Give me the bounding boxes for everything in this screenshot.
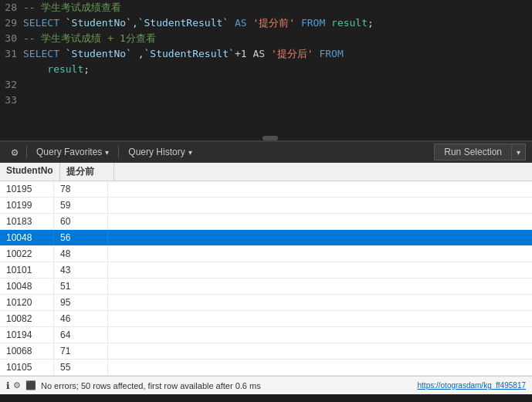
cell-value: 43 — [54, 262, 108, 278]
table-body: 1019578101995910183601004856100224810101… — [0, 181, 532, 376]
results-table[interactable]: StudentNo 提分前 10195781019959101836010048… — [0, 163, 532, 376]
table-row[interactable]: 1019464 — [0, 327, 532, 343]
run-selection-label: Run Selection — [444, 147, 502, 157]
table-row[interactable]: 1008246 — [0, 311, 532, 327]
cell-studentno: 10195 — [0, 181, 54, 197]
query-history-button[interactable]: Query History ▾ — [122, 145, 198, 159]
cell-value: 60 — [54, 214, 108, 229]
editor-scrollbar[interactable] — [0, 135, 532, 141]
info-icon: ℹ — [6, 380, 10, 391]
cell-value: 71 — [54, 343, 108, 359]
cell-studentno: 10022 — [0, 246, 54, 262]
gear-icon[interactable]: ⚙ — [6, 144, 23, 160]
chevron-down-icon: ▾ — [105, 148, 109, 157]
table-row[interactable]: 1010143 — [0, 262, 532, 279]
run-selection-dropdown[interactable]: ▾ — [512, 144, 525, 160]
editor-line: 33 — [0, 93, 532, 108]
line-number: 31 — [0, 46, 23, 62]
table-row[interactable]: 1010555 — [0, 360, 532, 376]
cell-value: 46 — [54, 311, 108, 326]
toolbar: ⚙ Query Favorites ▾ Query History ▾ Run … — [0, 141, 532, 163]
run-selection-button[interactable]: Run Selection ▾ — [434, 144, 526, 160]
cell-value: 55 — [54, 360, 108, 375]
status-copy-icon[interactable]: ⬛ — [25, 380, 36, 390]
cell-value: 59 — [54, 198, 108, 213]
status-message: No errors; 50 rows affected, first row a… — [41, 381, 261, 390]
cell-studentno: 10199 — [0, 198, 54, 213]
line-number: 30 — [0, 31, 23, 46]
separator — [26, 146, 27, 158]
line-content: -- 学生考试成绩 + 1分查看 — [23, 31, 532, 46]
table-row[interactable]: 1012095 — [0, 295, 532, 311]
query-favorites-button[interactable]: Query Favorites ▾ — [30, 145, 115, 159]
editor-line: 31SELECT `StudentNo` ,`StudentResult`+1 … — [0, 46, 532, 62]
cell-value: 64 — [54, 327, 108, 343]
table-row[interactable]: 1019959 — [0, 198, 532, 214]
cell-value: 56 — [54, 230, 108, 245]
line-content: -- 学生考试成绩查看 — [23, 0, 532, 15]
table-row[interactable]: 1006871 — [0, 343, 532, 360]
table-row[interactable]: 1004851 — [0, 279, 532, 295]
table-header: StudentNo 提分前 — [0, 163, 532, 181]
cell-studentno: 10082 — [0, 311, 54, 326]
table-row[interactable]: 1019578 — [0, 181, 532, 198]
line-number: 32 — [0, 77, 23, 93]
cell-value: 51 — [54, 279, 108, 294]
status-gear-icon[interactable]: ⚙ — [13, 380, 21, 390]
line-content: SELECT `StudentNo` ,`StudentResult`+1 AS… — [23, 46, 532, 62]
cell-studentno: 10183 — [0, 214, 54, 229]
editor-line: 30-- 学生考试成绩 + 1分查看 — [0, 31, 532, 46]
cell-studentno: 10068 — [0, 343, 54, 359]
cell-studentno: 10101 — [0, 262, 54, 278]
line-number: 29 — [0, 15, 23, 31]
separator2 — [118, 146, 119, 158]
col-header-value: 提分前 — [60, 163, 114, 181]
status-bar: ℹ ⚙ ⬛ No errors; 50 rows affected, first… — [0, 376, 532, 394]
code-editor[interactable]: 28-- 学生考试成绩查看29SELECT `StudentNo`,`Stude… — [0, 0, 532, 135]
cell-studentno: 10105 — [0, 360, 54, 375]
status-link[interactable]: https://otograsdam/kg_ff495817 — [418, 381, 526, 390]
table-row[interactable]: 1002248 — [0, 246, 532, 262]
chevron-down-icon2: ▾ — [188, 148, 192, 157]
editor-line: result; — [0, 62, 532, 77]
line-content: result; — [23, 62, 532, 77]
cell-value: 78 — [54, 181, 108, 197]
cell-studentno: 10048 — [0, 279, 54, 294]
line-number: 28 — [0, 0, 23, 15]
chevron-down-icon3: ▾ — [517, 148, 520, 157]
cell-studentno: 10048 — [0, 230, 54, 245]
editor-line: 28-- 学生考试成绩查看 — [0, 0, 532, 15]
cell-studentno: 10194 — [0, 327, 54, 343]
table-row[interactable]: 1004856 — [0, 230, 532, 246]
query-favorites-label: Query Favorites — [36, 147, 102, 157]
cell-value: 95 — [54, 295, 108, 310]
scrollbar-thumb[interactable] — [263, 136, 278, 140]
cell-value: 48 — [54, 246, 108, 262]
run-selection-main[interactable]: Run Selection — [435, 144, 512, 160]
editor-line: 29SELECT `StudentNo`,`StudentResult` AS … — [0, 15, 532, 31]
query-history-label: Query History — [128, 147, 185, 157]
col-header-studentno: StudentNo — [0, 163, 60, 181]
line-number: 33 — [0, 93, 23, 108]
editor-line: 32 — [0, 77, 532, 93]
cell-studentno: 10120 — [0, 295, 54, 310]
table-row[interactable]: 1018360 — [0, 214, 532, 230]
line-content: SELECT `StudentNo`,`StudentResult` AS '提… — [23, 15, 532, 31]
